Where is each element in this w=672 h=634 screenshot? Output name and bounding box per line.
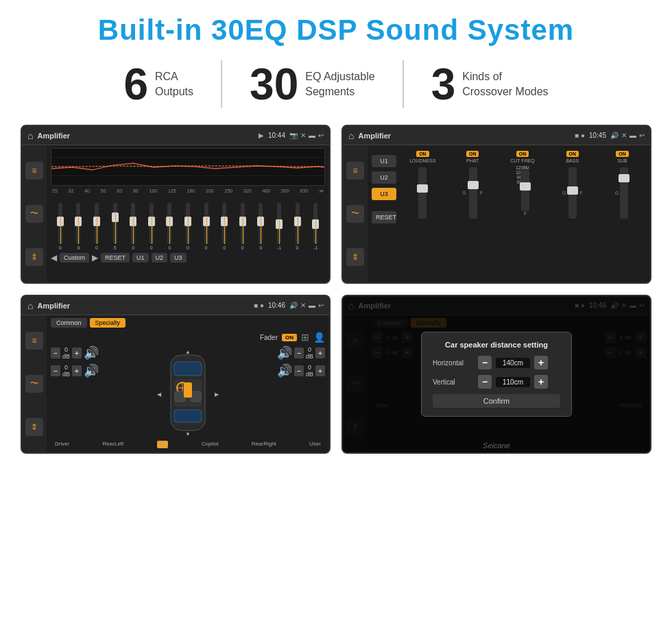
fader-minus-3[interactable]: −	[294, 348, 304, 358]
fader-tab-specialty[interactable]: Specialty	[90, 318, 126, 328]
dist-horizontal-value: 140cm	[496, 358, 530, 368]
screen-fader: ⌂ Amplifier ■ ● 10:46 🔊 ✕ ▬ ↩ ≡ 〜 ⇕	[21, 295, 331, 454]
cx-cutfreq-toggle[interactable]: ON	[516, 151, 529, 157]
cx-reset-btn[interactable]: RESET	[372, 211, 396, 223]
screen-crossover: ⌂ Amplifier ■ ● 10:45 🔊 ✕ ▬ ↩ ≡ 〜 ⇕	[341, 125, 651, 284]
fader-all-label[interactable]: All	[157, 441, 169, 448]
fader-plus-2[interactable]: +	[72, 365, 82, 376]
fader-win-icon: ▬	[309, 302, 315, 309]
eq-custom-btn[interactable]: Custom	[60, 253, 89, 263]
fader-db-val-1: 0 dB	[62, 346, 70, 360]
fader-plus-3[interactable]: +	[315, 348, 325, 358]
cx-win-icon: ▬	[629, 132, 636, 139]
cx-preset-u1[interactable]: U1	[372, 155, 396, 167]
cx-sub-label: SUB	[617, 158, 627, 163]
eq-slider-7[interactable]: 0	[162, 203, 178, 250]
fader-sidebar: ≡ 〜 ⇕	[22, 315, 47, 452]
cx-sidebar-wave-btn[interactable]: 〜	[346, 205, 364, 223]
eq-slider-4[interactable]: 5	[107, 203, 123, 250]
dist-vertical-plus[interactable]: +	[534, 375, 548, 389]
eq-slider-2[interactable]: 0	[71, 203, 87, 250]
feature-number-rca: 6	[123, 62, 148, 106]
eq-slider-5[interactable]: 0	[125, 203, 141, 250]
eq-slider-15[interactable]: -1	[307, 203, 324, 250]
feature-text-crossover: Kinds of Crossover Modes	[462, 69, 548, 100]
fader-minus-1[interactable]: −	[51, 348, 60, 358]
eq-sidebar-eq-btn[interactable]: ≡	[25, 162, 43, 180]
eq-slider-9[interactable]: 0	[198, 203, 215, 250]
fader-sidebar-arrows-btn[interactable]: ⇕	[25, 418, 43, 436]
eq-u1-btn[interactable]: U1	[132, 253, 149, 263]
eq-slider-14[interactable]: 0	[289, 203, 306, 250]
cx-controls: ON LOUDNESS ON	[399, 148, 646, 280]
fader-speaker-icon-2: 🔊	[84, 363, 99, 378]
dist-vertical-minus[interactable]: −	[478, 375, 492, 389]
cx-loudness-toggle[interactable]: ON	[416, 151, 429, 157]
cx-phat-label: PHAT	[466, 158, 479, 163]
eq-sidebar-wave-btn[interactable]: 〜	[25, 205, 43, 223]
eq-slider-3[interactable]: 0	[88, 203, 105, 250]
dist-horizontal-minus[interactable]: −	[478, 356, 492, 369]
cx-screen-title: Amplifier	[358, 132, 571, 140]
eq-header-icons: 📷 ✕ ▬ ↩	[289, 132, 324, 139]
eq-graph	[51, 148, 325, 186]
svg-rect-6	[174, 410, 202, 422]
screens-grid: ⌂ Amplifier ▶ 10:44 📷 ✕ ▬ ↩ ≡ 〜 ⇕	[21, 125, 651, 454]
svg-rect-12	[191, 391, 201, 402]
fader-toggle[interactable]: ON	[282, 334, 297, 341]
cx-sidebar: ≡ 〜 ⇕	[343, 145, 368, 282]
eq-slider-6[interactable]: 0	[143, 203, 160, 250]
fader-db-row-4: 🔊 − 0 dB +	[277, 363, 325, 378]
eq-slider-12[interactable]: 0	[253, 203, 269, 250]
eq-slider-10[interactable]: 0	[216, 203, 232, 250]
eq-slider-11[interactable]: 0	[235, 203, 251, 250]
eq-time: 10:44	[268, 132, 285, 139]
eq-reset-btn[interactable]: RESET	[101, 253, 130, 263]
fader-sidebar-wave-btn[interactable]: 〜	[25, 375, 43, 393]
home-icon: ⌂	[27, 130, 33, 141]
eq-u2-btn[interactable]: U2	[152, 253, 168, 263]
eq-content: ≡ 〜 ⇕	[22, 145, 329, 282]
svg-rect-13	[184, 382, 192, 398]
fader-db-val-3: 0 dB	[306, 346, 313, 360]
eq-sidebar-arrows-btn[interactable]: ⇕	[25, 248, 43, 266]
svg-text:▲: ▲	[185, 349, 191, 355]
cx-sidebar-arrows-btn[interactable]: ⇕	[346, 248, 364, 266]
fader-left-col: − 0 dB + 🔊 − 0 dB + 🔊	[51, 345, 99, 439]
cx-phat-toggle[interactable]: ON	[466, 151, 479, 157]
screen-distance: ⌂ Amplifier ■ ● 10:46 🔊 ✕ ▬ ↩ ≡ 〜 ⇕	[341, 295, 651, 454]
eq-slider-1[interactable]: 0	[52, 203, 69, 250]
cx-preset-u2[interactable]: U2	[372, 171, 396, 184]
dist-horizontal-plus[interactable]: +	[534, 356, 548, 369]
eq-next-btn[interactable]: ▶	[92, 253, 98, 263]
fader-x-icon: ✕	[300, 302, 306, 309]
fader-rearleft-label: RearLeft	[103, 441, 124, 448]
fader-plus-1[interactable]: +	[72, 348, 82, 358]
fader-plus-4[interactable]: +	[315, 365, 325, 376]
fader-sidebar-eq-btn[interactable]: ≡	[25, 332, 43, 350]
fader-tab-common[interactable]: Common	[51, 318, 87, 328]
cx-preset-u3[interactable]: U3	[372, 188, 396, 200]
dist-horizontal-row: Horizontal − 140cm +	[433, 356, 560, 369]
svg-text:▼: ▼	[185, 431, 191, 437]
eq-prev-btn[interactable]: ◀	[51, 253, 57, 263]
cx-time: 10:45	[589, 132, 606, 139]
cx-sidebar-eq-btn[interactable]: ≡	[346, 162, 364, 180]
dist-vertical-label: Vertical	[433, 378, 474, 386]
screen-eq-header: ⌂ Amplifier ▶ 10:44 📷 ✕ ▬ ↩	[22, 126, 329, 145]
feature-rca: 6 RCA Outputs	[96, 62, 221, 106]
eq-sidebar: ≡ 〜 ⇕	[22, 145, 47, 282]
fader-person-icon: 👤	[313, 332, 325, 343]
cx-sub-toggle[interactable]: ON	[616, 151, 629, 157]
main-title: Built-in 30EQ DSP Sound System	[21, 14, 651, 47]
dist-confirm-button[interactable]: Confirm	[433, 394, 560, 408]
eq-slider-8[interactable]: 0	[180, 203, 196, 250]
eq-slider-13[interactable]: -1	[271, 203, 287, 250]
fader-main: Common Specialty Fader ON ⊞ 👤 −	[47, 315, 329, 452]
fader-minus-4[interactable]: −	[294, 365, 304, 376]
cx-bass-toggle[interactable]: ON	[566, 151, 579, 157]
eq-win-icon: ▬	[309, 132, 315, 139]
screen-fader-header: ⌂ Amplifier ■ ● 10:46 🔊 ✕ ▬ ↩	[22, 296, 329, 315]
fader-minus-2[interactable]: −	[51, 365, 60, 376]
eq-u3-btn[interactable]: U3	[170, 253, 187, 263]
